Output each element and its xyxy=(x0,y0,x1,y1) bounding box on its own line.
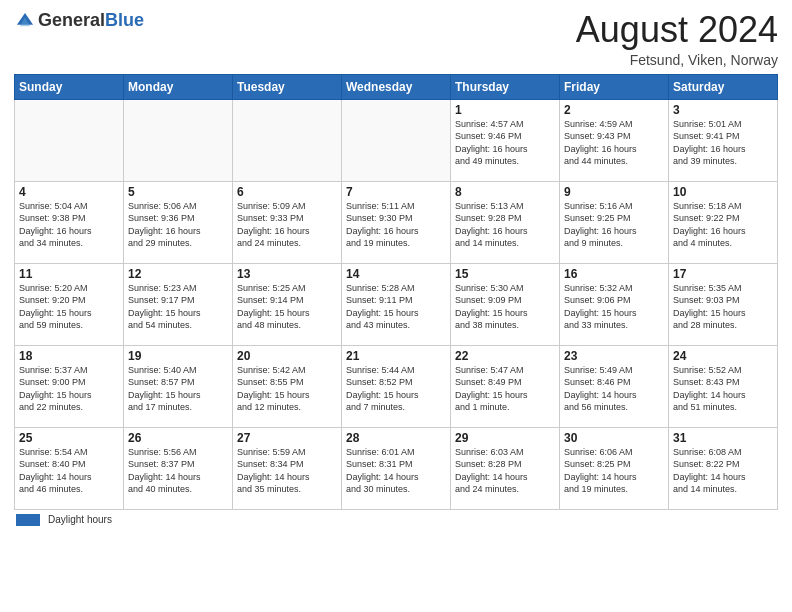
day-number: 4 xyxy=(19,185,119,199)
day-number: 31 xyxy=(673,431,773,445)
day-info: Sunrise: 5:37 AMSunset: 9:00 PMDaylight:… xyxy=(19,364,119,414)
calendar-cell: 20Sunrise: 5:42 AMSunset: 8:55 PMDayligh… xyxy=(233,345,342,427)
calendar-cell: 13Sunrise: 5:25 AMSunset: 9:14 PMDayligh… xyxy=(233,263,342,345)
col-header-wednesday: Wednesday xyxy=(342,74,451,99)
day-number: 24 xyxy=(673,349,773,363)
col-header-thursday: Thursday xyxy=(451,74,560,99)
day-info: Sunrise: 5:23 AMSunset: 9:17 PMDaylight:… xyxy=(128,282,228,332)
calendar-cell: 26Sunrise: 5:56 AMSunset: 8:37 PMDayligh… xyxy=(124,427,233,509)
day-number: 26 xyxy=(128,431,228,445)
day-number: 3 xyxy=(673,103,773,117)
calendar-cell: 29Sunrise: 6:03 AMSunset: 8:28 PMDayligh… xyxy=(451,427,560,509)
day-info: Sunrise: 5:52 AMSunset: 8:43 PMDaylight:… xyxy=(673,364,773,414)
day-info: Sunrise: 6:03 AMSunset: 8:28 PMDaylight:… xyxy=(455,446,555,496)
day-number: 17 xyxy=(673,267,773,281)
daylight-label: Daylight hours xyxy=(48,514,112,525)
calendar-cell: 28Sunrise: 6:01 AMSunset: 8:31 PMDayligh… xyxy=(342,427,451,509)
calendar-week-5: 25Sunrise: 5:54 AMSunset: 8:40 PMDayligh… xyxy=(15,427,778,509)
logo-general-text: General xyxy=(38,10,105,30)
day-number: 14 xyxy=(346,267,446,281)
calendar-cell: 31Sunrise: 6:08 AMSunset: 8:22 PMDayligh… xyxy=(669,427,778,509)
day-number: 9 xyxy=(564,185,664,199)
day-number: 2 xyxy=(564,103,664,117)
col-header-friday: Friday xyxy=(560,74,669,99)
day-info: Sunrise: 5:13 AMSunset: 9:28 PMDaylight:… xyxy=(455,200,555,250)
calendar-cell: 9Sunrise: 5:16 AMSunset: 9:25 PMDaylight… xyxy=(560,181,669,263)
day-number: 5 xyxy=(128,185,228,199)
day-number: 7 xyxy=(346,185,446,199)
day-number: 18 xyxy=(19,349,119,363)
calendar-cell: 18Sunrise: 5:37 AMSunset: 9:00 PMDayligh… xyxy=(15,345,124,427)
calendar-cell xyxy=(233,99,342,181)
calendar-header-row: SundayMondayTuesdayWednesdayThursdayFrid… xyxy=(15,74,778,99)
calendar-cell: 14Sunrise: 5:28 AMSunset: 9:11 PMDayligh… xyxy=(342,263,451,345)
day-info: Sunrise: 4:57 AMSunset: 9:46 PMDaylight:… xyxy=(455,118,555,168)
calendar-cell: 8Sunrise: 5:13 AMSunset: 9:28 PMDaylight… xyxy=(451,181,560,263)
calendar-cell: 23Sunrise: 5:49 AMSunset: 8:46 PMDayligh… xyxy=(560,345,669,427)
calendar-cell: 17Sunrise: 5:35 AMSunset: 9:03 PMDayligh… xyxy=(669,263,778,345)
day-number: 28 xyxy=(346,431,446,445)
day-info: Sunrise: 5:11 AMSunset: 9:30 PMDaylight:… xyxy=(346,200,446,250)
day-info: Sunrise: 6:06 AMSunset: 8:25 PMDaylight:… xyxy=(564,446,664,496)
calendar-cell: 24Sunrise: 5:52 AMSunset: 8:43 PMDayligh… xyxy=(669,345,778,427)
day-info: Sunrise: 6:01 AMSunset: 8:31 PMDaylight:… xyxy=(346,446,446,496)
month-year: August 2024 xyxy=(576,10,778,50)
calendar-week-3: 11Sunrise: 5:20 AMSunset: 9:20 PMDayligh… xyxy=(15,263,778,345)
calendar-cell: 16Sunrise: 5:32 AMSunset: 9:06 PMDayligh… xyxy=(560,263,669,345)
calendar-cell: 15Sunrise: 5:30 AMSunset: 9:09 PMDayligh… xyxy=(451,263,560,345)
calendar-cell: 6Sunrise: 5:09 AMSunset: 9:33 PMDaylight… xyxy=(233,181,342,263)
page-container: GeneralBlue August 2024 Fetsund, Viken, … xyxy=(0,0,792,532)
calendar-week-1: 1Sunrise: 4:57 AMSunset: 9:46 PMDaylight… xyxy=(15,99,778,181)
day-info: Sunrise: 5:42 AMSunset: 8:55 PMDaylight:… xyxy=(237,364,337,414)
footer: Daylight hours xyxy=(14,514,778,526)
day-info: Sunrise: 5:25 AMSunset: 9:14 PMDaylight:… xyxy=(237,282,337,332)
day-number: 30 xyxy=(564,431,664,445)
col-header-tuesday: Tuesday xyxy=(233,74,342,99)
calendar-cell: 3Sunrise: 5:01 AMSunset: 9:41 PMDaylight… xyxy=(669,99,778,181)
logo-icon xyxy=(14,10,36,32)
col-header-monday: Monday xyxy=(124,74,233,99)
day-number: 12 xyxy=(128,267,228,281)
day-number: 11 xyxy=(19,267,119,281)
day-info: Sunrise: 5:32 AMSunset: 9:06 PMDaylight:… xyxy=(564,282,664,332)
calendar-cell: 4Sunrise: 5:04 AMSunset: 9:38 PMDaylight… xyxy=(15,181,124,263)
calendar-week-4: 18Sunrise: 5:37 AMSunset: 9:00 PMDayligh… xyxy=(15,345,778,427)
calendar-cell: 7Sunrise: 5:11 AMSunset: 9:30 PMDaylight… xyxy=(342,181,451,263)
calendar-cell xyxy=(15,99,124,181)
day-number: 1 xyxy=(455,103,555,117)
location: Fetsund, Viken, Norway xyxy=(576,52,778,68)
calendar-cell xyxy=(342,99,451,181)
calendar-week-2: 4Sunrise: 5:04 AMSunset: 9:38 PMDaylight… xyxy=(15,181,778,263)
calendar-cell: 25Sunrise: 5:54 AMSunset: 8:40 PMDayligh… xyxy=(15,427,124,509)
logo-blue-text: Blue xyxy=(105,10,144,30)
day-number: 8 xyxy=(455,185,555,199)
calendar-cell: 1Sunrise: 4:57 AMSunset: 9:46 PMDaylight… xyxy=(451,99,560,181)
day-info: Sunrise: 5:49 AMSunset: 8:46 PMDaylight:… xyxy=(564,364,664,414)
calendar-cell: 11Sunrise: 5:20 AMSunset: 9:20 PMDayligh… xyxy=(15,263,124,345)
day-number: 27 xyxy=(237,431,337,445)
calendar-cell: 30Sunrise: 6:06 AMSunset: 8:25 PMDayligh… xyxy=(560,427,669,509)
day-number: 16 xyxy=(564,267,664,281)
day-number: 21 xyxy=(346,349,446,363)
day-info: Sunrise: 5:59 AMSunset: 8:34 PMDaylight:… xyxy=(237,446,337,496)
title-block: August 2024 Fetsund, Viken, Norway xyxy=(576,10,778,68)
day-number: 29 xyxy=(455,431,555,445)
day-info: Sunrise: 5:28 AMSunset: 9:11 PMDaylight:… xyxy=(346,282,446,332)
day-info: Sunrise: 5:30 AMSunset: 9:09 PMDaylight:… xyxy=(455,282,555,332)
day-info: Sunrise: 5:16 AMSunset: 9:25 PMDaylight:… xyxy=(564,200,664,250)
day-info: Sunrise: 5:44 AMSunset: 8:52 PMDaylight:… xyxy=(346,364,446,414)
day-info: Sunrise: 5:04 AMSunset: 9:38 PMDaylight:… xyxy=(19,200,119,250)
day-info: Sunrise: 5:20 AMSunset: 9:20 PMDaylight:… xyxy=(19,282,119,332)
col-header-saturday: Saturday xyxy=(669,74,778,99)
logo: GeneralBlue xyxy=(14,10,144,32)
day-info: Sunrise: 5:18 AMSunset: 9:22 PMDaylight:… xyxy=(673,200,773,250)
calendar-cell: 27Sunrise: 5:59 AMSunset: 8:34 PMDayligh… xyxy=(233,427,342,509)
day-info: Sunrise: 5:47 AMSunset: 8:49 PMDaylight:… xyxy=(455,364,555,414)
day-info: Sunrise: 5:06 AMSunset: 9:36 PMDaylight:… xyxy=(128,200,228,250)
day-number: 23 xyxy=(564,349,664,363)
calendar-cell: 12Sunrise: 5:23 AMSunset: 9:17 PMDayligh… xyxy=(124,263,233,345)
calendar-cell: 21Sunrise: 5:44 AMSunset: 8:52 PMDayligh… xyxy=(342,345,451,427)
day-info: Sunrise: 5:35 AMSunset: 9:03 PMDaylight:… xyxy=(673,282,773,332)
day-number: 10 xyxy=(673,185,773,199)
day-number: 15 xyxy=(455,267,555,281)
